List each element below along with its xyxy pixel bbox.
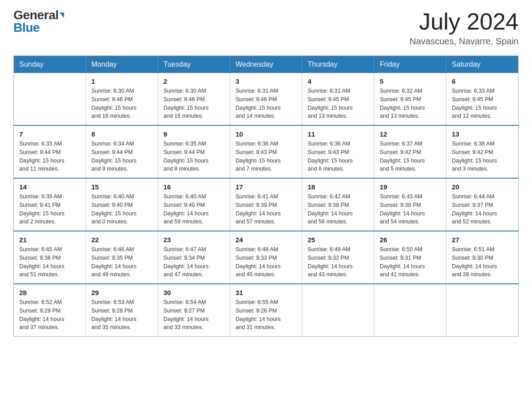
day-number: 8	[91, 130, 152, 138]
day-info: Sunrise: 6:41 AM Sunset: 9:39 PM Dayligh…	[236, 193, 296, 226]
header-cell-wednesday: Wednesday	[230, 56, 302, 73]
day-number: 25	[308, 236, 369, 244]
calendar-cell: 30Sunrise: 6:54 AM Sunset: 9:27 PM Dayli…	[158, 284, 230, 337]
day-info: Sunrise: 6:38 AM Sunset: 9:42 PM Dayligh…	[452, 140, 513, 173]
day-info: Sunrise: 6:35 AM Sunset: 9:44 PM Dayligh…	[163, 140, 224, 173]
calendar-cell: 18Sunrise: 6:42 AM Sunset: 9:38 PM Dayli…	[302, 178, 374, 231]
calendar-cell: 28Sunrise: 6:52 AM Sunset: 9:29 PM Dayli…	[14, 284, 86, 337]
day-number: 11	[308, 130, 369, 138]
day-info: Sunrise: 6:39 AM Sunset: 9:41 PM Dayligh…	[19, 193, 80, 226]
header-cell-thursday: Thursday	[302, 56, 374, 73]
day-number: 3	[236, 77, 296, 85]
calendar-cell	[374, 284, 446, 337]
header-cell-tuesday: Tuesday	[158, 56, 230, 73]
calendar-cell: 7Sunrise: 6:33 AM Sunset: 9:44 PM Daylig…	[14, 125, 86, 178]
calendar-cell: 9Sunrise: 6:35 AM Sunset: 9:44 PM Daylig…	[158, 125, 230, 178]
header-row: SundayMondayTuesdayWednesdayThursdayFrid…	[14, 56, 519, 73]
calendar-table: SundayMondayTuesdayWednesdayThursdayFrid…	[13, 56, 519, 337]
day-number: 1	[91, 77, 152, 85]
calendar-cell: 16Sunrise: 6:40 AM Sunset: 9:40 PM Dayli…	[158, 178, 230, 231]
calendar-cell: 22Sunrise: 6:46 AM Sunset: 9:35 PM Dayli…	[86, 231, 158, 284]
day-number: 18	[308, 183, 369, 191]
day-number: 24	[236, 236, 296, 244]
day-number: 29	[91, 289, 152, 296]
calendar-cell: 6Sunrise: 6:33 AM Sunset: 9:45 PM Daylig…	[446, 73, 519, 125]
day-number: 17	[236, 183, 296, 191]
day-number: 22	[91, 236, 152, 244]
calendar-cell: 24Sunrise: 6:48 AM Sunset: 9:33 PM Dayli…	[230, 231, 302, 284]
calendar-cell: 21Sunrise: 6:45 AM Sunset: 9:36 PM Dayli…	[14, 231, 86, 284]
calendar-cell: 10Sunrise: 6:36 AM Sunset: 9:43 PM Dayli…	[230, 125, 302, 178]
day-info: Sunrise: 6:55 AM Sunset: 9:26 PM Dayligh…	[236, 298, 296, 332]
logo-blue-text: Blue	[13, 21, 40, 34]
calendar-cell: 14Sunrise: 6:39 AM Sunset: 9:41 PM Dayli…	[14, 178, 86, 231]
day-info: Sunrise: 6:31 AM Sunset: 9:45 PM Dayligh…	[308, 87, 369, 120]
day-number: 19	[380, 183, 441, 191]
day-info: Sunrise: 6:42 AM Sunset: 9:38 PM Dayligh…	[308, 193, 369, 226]
calendar-cell: 17Sunrise: 6:41 AM Sunset: 9:39 PM Dayli…	[230, 178, 302, 231]
day-number: 31	[236, 289, 296, 296]
calendar-cell: 19Sunrise: 6:43 AM Sunset: 9:38 PM Dayli…	[374, 178, 446, 231]
calendar-cell: 12Sunrise: 6:37 AM Sunset: 9:42 PM Dayli…	[374, 125, 446, 178]
header-cell-saturday: Saturday	[446, 56, 519, 73]
calendar-row-2: 7Sunrise: 6:33 AM Sunset: 9:44 PM Daylig…	[14, 125, 519, 178]
title-block: July 2024 Navascues, Navarre, Spain	[410, 9, 519, 47]
calendar-cell: 27Sunrise: 6:51 AM Sunset: 9:30 PM Dayli…	[446, 231, 519, 284]
day-number: 30	[163, 289, 224, 296]
day-info: Sunrise: 6:52 AM Sunset: 9:29 PM Dayligh…	[19, 298, 80, 332]
calendar-cell: 26Sunrise: 6:50 AM Sunset: 9:31 PM Dayli…	[374, 231, 446, 284]
day-info: Sunrise: 6:43 AM Sunset: 9:38 PM Dayligh…	[380, 193, 441, 226]
day-number: 4	[308, 77, 369, 85]
calendar-cell	[14, 73, 86, 125]
day-info: Sunrise: 6:36 AM Sunset: 9:43 PM Dayligh…	[236, 140, 296, 173]
day-info: Sunrise: 6:33 AM Sunset: 9:44 PM Dayligh…	[19, 140, 80, 173]
day-number: 7	[19, 130, 80, 138]
calendar-cell: 23Sunrise: 6:47 AM Sunset: 9:34 PM Dayli…	[158, 231, 230, 284]
calendar-cell: 15Sunrise: 6:40 AM Sunset: 9:40 PM Dayli…	[86, 178, 158, 231]
location-subtitle: Navascues, Navarre, Spain	[410, 36, 519, 47]
day-info: Sunrise: 6:54 AM Sunset: 9:27 PM Dayligh…	[163, 298, 224, 332]
calendar-cell: 11Sunrise: 6:36 AM Sunset: 9:43 PM Dayli…	[302, 125, 374, 178]
day-info: Sunrise: 6:44 AM Sunset: 9:37 PM Dayligh…	[452, 193, 513, 226]
calendar-cell: 25Sunrise: 6:49 AM Sunset: 9:32 PM Dayli…	[302, 231, 374, 284]
day-info: Sunrise: 6:34 AM Sunset: 9:44 PM Dayligh…	[91, 140, 152, 173]
day-info: Sunrise: 6:40 AM Sunset: 9:40 PM Dayligh…	[91, 193, 152, 226]
day-info: Sunrise: 6:40 AM Sunset: 9:40 PM Dayligh…	[163, 193, 224, 226]
day-info: Sunrise: 6:37 AM Sunset: 9:42 PM Dayligh…	[380, 140, 441, 173]
page-header: General Blue July 2024 Navascues, Navarr…	[13, 9, 519, 47]
day-info: Sunrise: 6:48 AM Sunset: 9:33 PM Dayligh…	[236, 245, 296, 279]
day-number: 15	[91, 183, 152, 191]
calendar-row-3: 14Sunrise: 6:39 AM Sunset: 9:41 PM Dayli…	[14, 178, 519, 231]
day-number: 20	[452, 183, 513, 191]
calendar-cell	[446, 284, 519, 337]
calendar-cell: 2Sunrise: 6:30 AM Sunset: 9:46 PM Daylig…	[158, 73, 230, 125]
header-cell-friday: Friday	[374, 56, 446, 73]
day-number: 27	[452, 236, 513, 244]
calendar-row-1: 1Sunrise: 6:30 AM Sunset: 9:46 PM Daylig…	[14, 73, 519, 125]
day-info: Sunrise: 6:46 AM Sunset: 9:35 PM Dayligh…	[91, 245, 152, 279]
day-number: 16	[163, 183, 224, 191]
month-year-title: July 2024	[410, 9, 519, 34]
day-info: Sunrise: 6:31 AM Sunset: 9:46 PM Dayligh…	[236, 87, 296, 120]
calendar-cell: 31Sunrise: 6:55 AM Sunset: 9:26 PM Dayli…	[230, 284, 302, 337]
day-info: Sunrise: 6:49 AM Sunset: 9:32 PM Dayligh…	[308, 245, 369, 279]
calendar-cell: 20Sunrise: 6:44 AM Sunset: 9:37 PM Dayli…	[446, 178, 519, 231]
day-info: Sunrise: 6:32 AM Sunset: 9:45 PM Dayligh…	[380, 87, 441, 120]
day-number: 14	[19, 183, 80, 191]
logo-general-text: General	[13, 9, 59, 21]
day-number: 2	[163, 77, 224, 85]
day-number: 9	[163, 130, 224, 138]
calendar-cell: 4Sunrise: 6:31 AM Sunset: 9:45 PM Daylig…	[302, 73, 374, 125]
day-number: 10	[236, 130, 296, 138]
logo-arrow-icon	[60, 13, 64, 18]
day-info: Sunrise: 6:36 AM Sunset: 9:43 PM Dayligh…	[308, 140, 369, 173]
day-number: 21	[19, 236, 80, 244]
day-info: Sunrise: 6:53 AM Sunset: 9:28 PM Dayligh…	[91, 298, 152, 332]
day-info: Sunrise: 6:45 AM Sunset: 9:36 PM Dayligh…	[19, 245, 80, 279]
day-number: 5	[380, 77, 441, 85]
calendar-cell: 5Sunrise: 6:32 AM Sunset: 9:45 PM Daylig…	[374, 73, 446, 125]
day-info: Sunrise: 6:51 AM Sunset: 9:30 PM Dayligh…	[452, 245, 513, 279]
logo: General Blue	[13, 9, 64, 34]
calendar-cell: 29Sunrise: 6:53 AM Sunset: 9:28 PM Dayli…	[86, 284, 158, 337]
day-number: 28	[19, 289, 80, 296]
